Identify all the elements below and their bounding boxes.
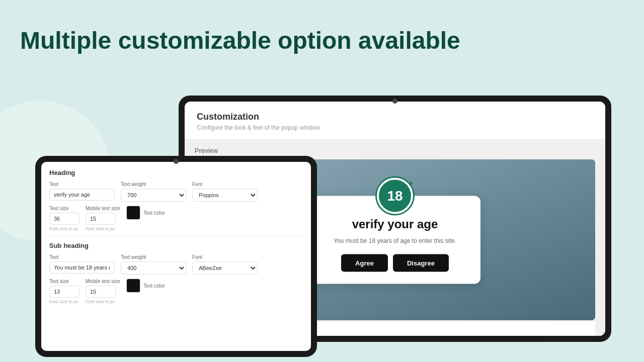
age-number: 18 xyxy=(387,188,403,204)
customization-title: Customization xyxy=(197,112,593,122)
subheading-section-title: Sub heading xyxy=(49,242,303,249)
subheading-font-group: Font ABeeZee Poppins Roboto xyxy=(192,254,258,275)
subheading-size-group: Text size Font size in px xyxy=(49,279,79,304)
customization-panel: Customization Configure the look & feel … xyxy=(185,102,605,140)
heading-row-1: Text Text weight 700 400 500 600 800 Fon… xyxy=(49,182,303,202)
heading-size-group: Text size Font size in px xyxy=(49,206,79,231)
heading-section-title: Heading xyxy=(49,169,303,176)
subheading-color-group: Text color xyxy=(126,279,165,293)
subheading-row-1: Text Text weight 400 300 500 600 700 Fon… xyxy=(49,254,303,275)
front-device-frame: Heading Text Text weight 700 400 500 600… xyxy=(35,156,317,357)
subheading-text-label: Text xyxy=(49,254,115,260)
heading-text-group: Text xyxy=(49,182,115,201)
heading-row-2: Text size Font size in px Mobile text si… xyxy=(49,206,303,231)
subheading-text-group: Text xyxy=(49,254,115,274)
plus-sign: + xyxy=(409,179,413,188)
subheading-row-2: Text size Font size in px Mobile text si… xyxy=(49,279,303,304)
subheading-mobile-size-label: Mobile text size xyxy=(86,279,120,284)
heading-size-label: Text size xyxy=(49,206,79,211)
heading-color-swatch[interactable] xyxy=(126,206,140,220)
heading-font-group: Font Poppins Roboto Open Sans xyxy=(192,182,258,202)
section-divider xyxy=(49,236,303,237)
subheading-weight-group: Text weight 400 300 500 600 700 xyxy=(121,254,186,275)
heading-mobile-size-hint: Font size in px xyxy=(86,226,120,231)
customization-subtitle: Configure the look & feel of the popup w… xyxy=(197,124,593,131)
subheading-color-swatch[interactable] xyxy=(126,279,140,293)
front-device-screen: Heading Text Text weight 700 400 500 600… xyxy=(41,162,311,351)
subheading-font-label: Font xyxy=(192,254,258,260)
subheading-text-input[interactable] xyxy=(49,261,115,274)
subheading-font-select[interactable]: ABeeZee Poppins Roboto xyxy=(192,261,258,275)
heading-weight-group: Text weight 700 400 500 600 800 xyxy=(121,182,186,202)
age-badge: 18 + xyxy=(377,178,413,214)
heading-font-select[interactable]: Poppins Roboto Open Sans xyxy=(192,189,258,202)
heading-text-label: Text xyxy=(49,182,115,187)
heading-size-input[interactable] xyxy=(49,213,79,225)
subheading-mobile-size-input[interactable] xyxy=(86,286,116,298)
subheading-size-input[interactable] xyxy=(49,286,79,298)
agree-button[interactable]: Agree xyxy=(341,254,388,272)
front-device-camera xyxy=(174,159,179,164)
disagree-button[interactable]: Disagree xyxy=(393,254,449,272)
heading-color-label: Text color xyxy=(143,210,165,216)
back-device-camera xyxy=(392,99,397,104)
subheading-weight-label: Text weight xyxy=(121,254,186,260)
preview-label: Preview xyxy=(195,147,595,154)
heading-text-input[interactable] xyxy=(49,189,115,201)
subheading-mobile-size-hint: Font size in px xyxy=(86,299,120,304)
heading-color-group: Text color xyxy=(126,206,165,220)
age-popup-card: 18 + verify your age You must be 18 year… xyxy=(309,196,480,284)
heading-weight-select[interactable]: 700 400 500 600 800 xyxy=(121,189,186,202)
popup-subtitle: You must be 18 years of age to enter thi… xyxy=(328,236,462,245)
main-heading: Multiple customizable option available xyxy=(20,28,460,54)
subheading-size-hint: Font size in px xyxy=(49,299,79,304)
subheading-color-label: Text color xyxy=(143,283,165,289)
heading-font-label: Font xyxy=(192,182,258,187)
popup-buttons: Agree Disagree xyxy=(328,254,462,272)
popup-title: verify your age xyxy=(328,217,462,231)
subheading-size-label: Text size xyxy=(49,279,79,284)
subheading-mobile-size-group: Mobile text size Font size in px xyxy=(86,279,120,304)
heading-mobile-size-label: Mobile text size xyxy=(86,206,120,211)
heading-size-hint: Font size in px xyxy=(49,226,79,231)
heading-mobile-size-group: Mobile text size Font size in px xyxy=(86,206,120,231)
subheading-weight-select[interactable]: 400 300 500 600 700 xyxy=(121,261,186,275)
heading-weight-label: Text weight xyxy=(121,182,186,187)
heading-mobile-size-input[interactable] xyxy=(86,213,116,225)
